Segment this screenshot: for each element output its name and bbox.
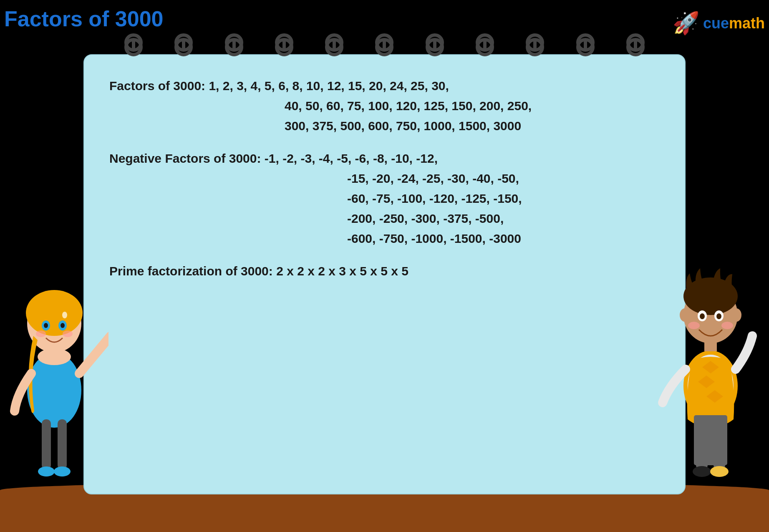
factors-label: Factors of 3000:	[109, 79, 205, 93]
svg-point-3	[42, 294, 67, 315]
neg-line3: -60, -75, -100, -120, -125, -150,	[109, 192, 522, 205]
ring-8	[478, 33, 492, 56]
svg-point-21	[680, 308, 690, 322]
boy-svg	[652, 207, 769, 507]
neg-line4: -200, -250, -300, -375, -500,	[109, 212, 504, 225]
ring-4	[277, 33, 291, 56]
page-title: Factors of 3000	[4, 6, 164, 31]
svg-point-14	[38, 466, 55, 477]
negative-factors-section: Negative Factors of 3000: -1, -2, -3, -4…	[109, 149, 660, 249]
svg-point-33	[693, 466, 711, 477]
spiral-rings	[108, 33, 661, 56]
boy-character	[652, 207, 769, 507]
svg-rect-29	[704, 341, 717, 351]
factors-line2: 40, 50, 60, 75, 100, 120, 125, 150, 200,…	[109, 99, 532, 113]
notebook: Factors of 3000: 1, 2, 3, 4, 5, 6, 8, 10…	[83, 54, 686, 494]
svg-rect-12	[42, 419, 51, 469]
svg-point-9	[63, 330, 73, 337]
svg-point-8	[36, 330, 46, 337]
ring-10	[579, 33, 592, 56]
ring-11	[629, 33, 642, 56]
svg-point-15	[54, 466, 71, 477]
svg-point-25	[700, 313, 705, 319]
ring-6	[378, 33, 391, 56]
neg-line2: -15, -20, -24, -25, -30, -40, -50,	[109, 171, 519, 185]
ring-2	[177, 33, 190, 56]
rocket-icon: 🚀	[673, 10, 700, 36]
ring-5	[328, 33, 341, 56]
prime-label: Prime factorization of 3000:	[109, 264, 273, 278]
svg-rect-31	[696, 419, 708, 469]
svg-point-16	[62, 312, 67, 318]
logo-text: cuemath	[703, 15, 765, 32]
notebook-content: Factors of 3000: 1, 2, 3, 4, 5, 6, 8, 10…	[109, 76, 660, 281]
girl-character	[0, 215, 108, 507]
svg-point-22	[731, 308, 741, 322]
svg-point-28	[721, 322, 733, 329]
svg-point-27	[688, 322, 700, 329]
logo-area: 🚀 cuemath	[673, 10, 765, 36]
prime-section: Prime factorization of 3000: 2 x 2 x 2 x…	[109, 261, 660, 281]
header: Factors of 3000 🚀 cuemath	[4, 6, 769, 31]
svg-point-34	[710, 466, 729, 477]
neg-line1: -1, -2, -3, -4, -5, -6, -8, -10, -12,	[265, 151, 438, 165]
factors-section: Factors of 3000: 1, 2, 3, 4, 5, 6, 8, 10…	[109, 76, 660, 136]
svg-point-11	[38, 348, 71, 365]
prime-value: 2 x 2 x 2 x 3 x 5 x 5 x 5	[276, 264, 408, 278]
neg-line5: -600, -750, -1000, -1500, -3000	[109, 232, 521, 245]
svg-point-7	[61, 323, 65, 328]
svg-point-26	[716, 313, 721, 319]
ring-7	[428, 33, 441, 56]
girl-svg	[0, 215, 108, 507]
svg-rect-13	[58, 419, 67, 469]
ring-9	[528, 33, 542, 56]
factors-line1: 1, 2, 3, 4, 5, 6, 8, 10, 12, 15, 20, 24,…	[209, 79, 449, 93]
factors-line3: 300, 375, 500, 600, 750, 1000, 1500, 300…	[109, 119, 521, 133]
svg-rect-32	[714, 419, 725, 469]
notebook-container: Factors of 3000: 1, 2, 3, 4, 5, 6, 8, 10…	[83, 46, 686, 494]
ring-3	[227, 33, 241, 56]
negative-label: Negative Factors of 3000:	[109, 151, 261, 165]
svg-point-6	[44, 323, 48, 328]
ring-1	[127, 33, 140, 56]
